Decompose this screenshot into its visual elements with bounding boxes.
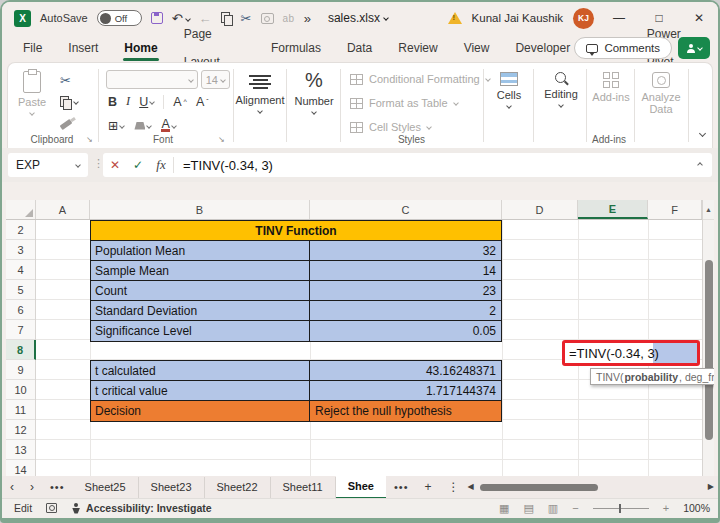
document-title[interactable]: sales.xlsx (328, 11, 388, 25)
new-sheet-button[interactable]: + (417, 480, 440, 494)
italic-button[interactable]: I (126, 94, 130, 109)
more-sheets-icon[interactable]: ••• (42, 481, 73, 493)
warning-icon[interactable] (448, 12, 462, 24)
cell-value[interactable]: 23 (310, 281, 501, 300)
clipboard-dialog-launcher[interactable]: ↘ (86, 135, 93, 144)
row-header-7[interactable]: 7 (6, 320, 35, 340)
row-header-11[interactable]: 11 (6, 400, 35, 420)
row-header-9[interactable]: 9 (6, 360, 35, 380)
column-header-d[interactable]: D (502, 200, 578, 219)
minimize-button[interactable]: — (604, 11, 634, 25)
column-header-e[interactable]: E (578, 200, 648, 219)
scroll-right-icon[interactable]: ▶ (708, 482, 714, 491)
cell-label[interactable]: Population Mean (91, 241, 310, 260)
cell-label[interactable]: t critical value (91, 381, 310, 401)
vertical-scrollbar-thumb[interactable] (705, 260, 713, 440)
more-commands-icon[interactable]: » (304, 12, 311, 25)
cell-decision-value[interactable]: Reject the null hypothesis (310, 401, 501, 421)
row-header-8[interactable]: 8 (6, 340, 36, 360)
select-all-button[interactable] (6, 200, 36, 219)
cell-value[interactable]: 32 (310, 241, 501, 260)
row-header-5[interactable]: 5 (6, 280, 35, 300)
sheet-tab[interactable]: Sheet25 (73, 477, 139, 498)
save-icon[interactable] (151, 12, 163, 24)
borders-button[interactable]: ⊞ (108, 118, 124, 133)
cell-decision-label[interactable]: Decision (91, 401, 310, 421)
avatar[interactable]: KJ (573, 8, 594, 29)
underline-button[interactable]: U (139, 95, 154, 109)
vertical-scrollbar[interactable]: ▲ (702, 200, 714, 476)
number-button[interactable]: % Number (292, 69, 336, 114)
zoom-level[interactable]: 100% (683, 502, 710, 514)
row-header-13[interactable]: 13 (6, 440, 35, 460)
row-header-3[interactable]: 3 (6, 240, 35, 260)
tab-formulas[interactable]: Formulas (258, 34, 334, 62)
next-sheet-icon[interactable]: › (22, 480, 42, 494)
column-header-a[interactable]: A (36, 200, 90, 219)
row-header-6[interactable]: 6 (6, 300, 35, 320)
font-color-button[interactable]: A (161, 119, 175, 132)
cell-value[interactable]: 0.05 (310, 321, 501, 341)
column-header-f[interactable]: F (648, 200, 702, 219)
macro-record-icon[interactable] (46, 503, 57, 513)
sheet-tab-active[interactable]: Shee (336, 476, 386, 499)
sheet-tab[interactable]: Sheet11 (271, 477, 336, 498)
sheet-tab[interactable]: Sheet22 (205, 477, 271, 498)
paste-button[interactable]: Paste (18, 71, 46, 115)
page-break-view-icon[interactable]: ▥ (548, 502, 558, 515)
row-header-14[interactable]: 14 (6, 460, 35, 476)
share-button[interactable] (678, 37, 710, 59)
horizontal-scrollbar-thumb[interactable] (480, 484, 598, 491)
cut-button[interactable]: ✂ (60, 71, 78, 89)
alignment-button[interactable]: Alignment (237, 73, 283, 113)
cell-value[interactable]: 1.717144374 (310, 381, 501, 401)
format-as-table-button[interactable]: Format as Table (350, 97, 458, 109)
page-layout-view-icon[interactable]: ▤ (523, 502, 533, 515)
formula-input[interactable]: =TINV(-0.34, 3) (183, 158, 273, 173)
column-header-b[interactable]: B (90, 200, 310, 219)
tab-data[interactable]: Data (334, 34, 385, 62)
more-sheets-icon[interactable]: ••• (386, 481, 417, 493)
zoom-out-icon[interactable]: − (572, 502, 578, 514)
increase-font-button[interactable]: A^ (173, 95, 187, 109)
horizontal-scrollbar[interactable]: ◀ ▶ (468, 476, 718, 498)
bold-button[interactable]: B (108, 95, 117, 109)
row-header-10[interactable]: 10 (6, 380, 35, 400)
copy-button[interactable] (60, 93, 78, 111)
cell-styles-button[interactable]: Cell Styles (350, 121, 431, 133)
cells-button[interactable]: Cells (489, 72, 529, 108)
sheet-tab[interactable]: Sheet23 (139, 477, 205, 498)
collapse-formula-bar-icon[interactable] (697, 162, 703, 168)
collapse-ribbon-icon[interactable] (699, 130, 706, 137)
cell-value[interactable]: 43.16248371 (310, 361, 501, 380)
decrease-font-button[interactable]: Aˇ (196, 95, 209, 109)
comments-button[interactable]: Comments (574, 37, 672, 59)
row-header-2[interactable]: 2 (6, 220, 35, 240)
cell-value[interactable]: 14 (310, 261, 501, 280)
conditional-formatting-button[interactable]: Conditional Formatting (350, 73, 490, 85)
user-name[interactable]: Kunal Jai Kaushik (472, 12, 563, 24)
confirm-entry-icon[interactable]: ✓ (127, 158, 149, 172)
row-header-12[interactable]: 12 (6, 420, 35, 440)
cell-title-tinv-function[interactable]: TINV Function (90, 220, 502, 241)
cell-value[interactable]: 2 (310, 301, 501, 320)
cell-label[interactable]: Significance Level (91, 321, 310, 341)
zoom-in-icon[interactable]: + (663, 502, 669, 514)
cell-label[interactable]: t calculated (91, 361, 310, 380)
normal-view-icon[interactable]: ▦ (499, 502, 509, 515)
tab-review[interactable]: Review (385, 34, 450, 62)
fill-color-button[interactable] (134, 122, 151, 130)
format-painter-button[interactable] (60, 115, 78, 133)
zoom-slider-knob[interactable] (619, 504, 621, 513)
autosave-toggle[interactable]: Off (97, 10, 142, 26)
font-name-select[interactable] (106, 70, 198, 89)
row-header-4[interactable]: 4 (6, 260, 35, 280)
prev-sheet-icon[interactable]: ‹ (2, 480, 22, 494)
zoom-slider[interactable] (593, 508, 649, 509)
cell-label[interactable]: Count (91, 281, 310, 300)
tab-developer[interactable]: Developer (502, 34, 583, 62)
tab-insert[interactable]: Insert (55, 34, 111, 62)
accessibility-status[interactable]: Accessibility: Investigate (71, 502, 211, 514)
scroll-up-icon[interactable]: ▲ (703, 200, 714, 220)
font-dialog-launcher[interactable]: ↘ (218, 135, 225, 144)
